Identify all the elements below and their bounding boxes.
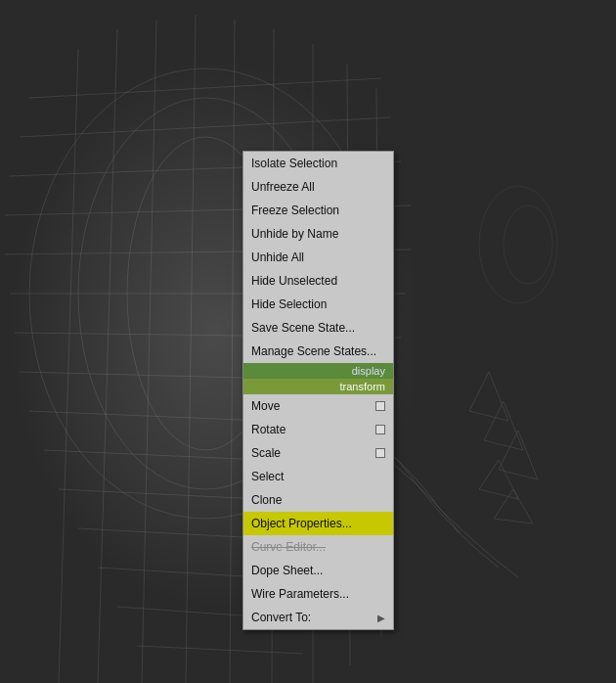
- menu-item-save-scene-state[interactable]: Save Scene State...: [243, 316, 393, 340]
- svg-line-18: [59, 49, 78, 683]
- menu-item-manage-scene-states[interactable]: Manage Scene States...: [243, 340, 393, 363]
- rotate-box-icon: [375, 425, 385, 434]
- menu-item-unhide-all[interactable]: Unhide All: [243, 246, 393, 269]
- section-header-transform: transform: [243, 379, 393, 394]
- move-box-icon: [375, 401, 385, 411]
- section-header-display: display: [243, 363, 393, 379]
- menu-item-isolate-selection[interactable]: Isolate Selection: [243, 152, 393, 175]
- menu-item-hide-unselected[interactable]: Hide Unselected: [243, 269, 393, 293]
- menu-item-wire-parameters[interactable]: Wire Parameters...: [243, 582, 393, 606]
- svg-marker-32: [469, 372, 508, 421]
- svg-line-3: [29, 78, 381, 98]
- svg-line-22: [230, 20, 235, 683]
- svg-point-31: [504, 205, 552, 284]
- svg-line-20: [142, 20, 156, 683]
- context-menu: Isolate Selection Unfreeze All Freeze Se…: [242, 151, 394, 630]
- menu-item-select[interactable]: Select: [243, 465, 393, 488]
- menu-item-dope-sheet[interactable]: Dope Sheet...: [243, 559, 393, 582]
- menu-item-rotate[interactable]: Rotate: [243, 418, 393, 441]
- scale-box-icon: [375, 448, 385, 458]
- svg-line-19: [98, 29, 117, 683]
- menu-item-unhide-by-name[interactable]: Unhide by Name: [243, 222, 393, 246]
- menu-item-clone[interactable]: Clone: [243, 488, 393, 512]
- svg-point-30: [479, 186, 557, 303]
- submenu-arrow-icon: ▶: [377, 611, 385, 625]
- svg-line-4: [20, 117, 391, 137]
- menu-item-object-properties[interactable]: Object Properties...: [243, 512, 393, 535]
- menu-item-unfreeze-all[interactable]: Unfreeze All: [243, 175, 393, 199]
- menu-item-hide-selection[interactable]: Hide Selection: [243, 293, 393, 316]
- menu-item-scale[interactable]: Scale: [243, 441, 393, 465]
- svg-line-21: [186, 15, 196, 683]
- svg-marker-35: [479, 460, 518, 499]
- menu-item-move[interactable]: Move: [243, 394, 393, 418]
- svg-line-17: [137, 646, 303, 654]
- menu-item-freeze-selection[interactable]: Freeze Selection: [243, 199, 393, 222]
- menu-item-convert-to[interactable]: Convert To: ▶: [243, 606, 393, 629]
- menu-item-curve-editor[interactable]: Curve Editor...: [243, 535, 393, 559]
